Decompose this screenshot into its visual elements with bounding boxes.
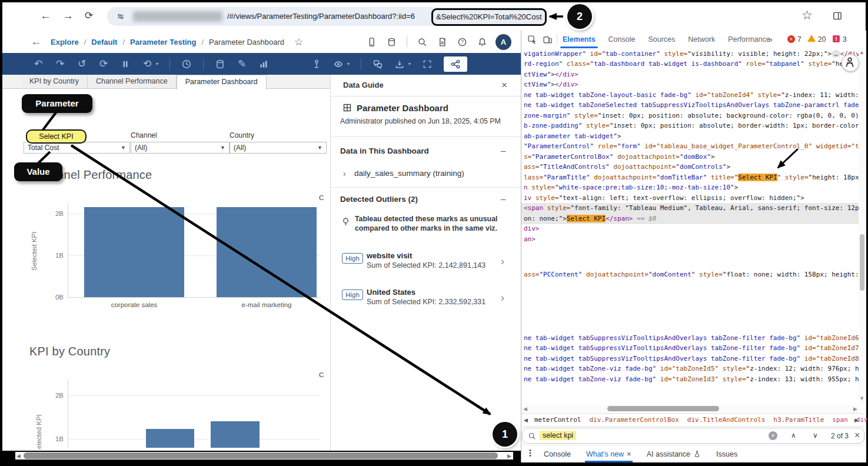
drawer-tab-console[interactable]: Console: [544, 450, 571, 458]
filter-dropdown-channel[interactable]: (All)▼: [131, 142, 230, 154]
dropdown-caret-icon[interactable]: ▾: [156, 61, 158, 66]
code-line-12[interactable]: lass="ParamTitle" dojoattachpoint="domTi…: [524, 172, 859, 183]
bar-mark[interactable]: [217, 207, 317, 297]
scrollbar-thumb[interactable]: [860, 234, 864, 291]
scroll-left-icon[interactable]: ◀: [16, 453, 21, 459]
scrollbar-thumb[interactable]: [24, 452, 498, 459]
element-crumb-h3-paramtitle[interactable]: h3.ParamTitle: [773, 416, 824, 424]
scroll-up-icon[interactable]: ▲: [859, 49, 864, 55]
code-line-8[interactable]: ab-parameter tab-widget">: [524, 131, 859, 142]
new-workbook-icon[interactable]: [437, 37, 447, 47]
code-line-3[interactable]: ctView"></div>: [524, 79, 859, 90]
scroll-down-icon[interactable]: ▼: [859, 395, 864, 401]
code-line-20[interactable]: ne tab-widget tabSuppressVizTooltipsAndO…: [524, 333, 859, 344]
run-flow-icon[interactable]: ⟲: [142, 59, 152, 69]
issues-icon[interactable]: !: [833, 35, 840, 42]
more-tabs-icon[interactable]: »: [768, 35, 773, 44]
back-arrow-icon[interactable]: ←: [31, 35, 42, 48]
element-crumb-span[interactable]: span: [832, 416, 848, 424]
accessibility-person-icon[interactable]: [842, 54, 859, 72]
bar-mark[interactable]: [146, 429, 194, 448]
devtools-tab-sources[interactable]: Sources: [648, 35, 675, 44]
device-toolbar-icon[interactable]: [543, 35, 553, 45]
code-line-17[interactable]: div>: [524, 224, 859, 234]
drawer-tab-ai-assistance[interactable]: AI assistance: [647, 450, 701, 458]
element-crumb-div-titleandcontrols[interactable]: div.TitleAndControls: [687, 416, 765, 424]
scroll-right-icon[interactable]: ▶: [853, 406, 857, 412]
error-icon[interactable]: ×: [787, 35, 795, 43]
code-line-23[interactable]: ne tab-widget tabZone-viz fade-bg" id="t…: [524, 364, 859, 374]
code-line-18[interactable]: an>: [524, 234, 859, 245]
close-icon[interactable]: ×: [501, 79, 507, 91]
help-icon[interactable]: ?: [457, 37, 467, 47]
outlier-name[interactable]: website visit: [367, 251, 412, 260]
warning-icon[interactable]: [807, 35, 816, 42]
code-line-4[interactable]: ne tab-widget tabZone-layout-basic fade-…: [524, 90, 859, 101]
devtools-tab-console[interactable]: Console: [608, 35, 636, 44]
drawer-menu-icon[interactable]: [526, 448, 535, 458]
dropdown-caret-icon[interactable]: ▾: [408, 61, 411, 66]
code-line-0[interactable]: vigationWrapper" id="tab-container" styl…: [524, 49, 859, 59]
filter-dropdown-country[interactable]: (All)▼: [230, 142, 327, 154]
expand-chevron-icon[interactable]: ›: [343, 169, 346, 178]
devtools-vertical-scrollbar[interactable]: [859, 48, 866, 404]
browser-back-button[interactable]: ←: [40, 9, 51, 22]
scrollbar-thumb[interactable]: [607, 406, 719, 411]
clear-search-icon[interactable]: ×: [769, 431, 777, 440]
notifications-icon[interactable]: [477, 37, 487, 47]
chevron-right-icon[interactable]: ›: [501, 292, 504, 304]
crumbs-scroll-left-icon[interactable]: ◀: [524, 417, 528, 423]
drawer-tab-what-s-new[interactable]: What's new×: [586, 450, 631, 458]
next-match-icon[interactable]: ∨: [813, 431, 818, 440]
data-source-icon[interactable]: [387, 37, 397, 47]
dropdown-caret-icon[interactable]: ▾: [347, 61, 350, 66]
favorite-star-icon[interactable]: ☆: [294, 36, 303, 48]
previous-match-icon[interactable]: ∧: [791, 431, 796, 440]
code-line-22[interactable]: ne tab-widget tabSuppressVizTooltipsAndO…: [524, 354, 859, 364]
inspect-element-icon[interactable]: [527, 35, 537, 45]
browser-reload-button[interactable]: ⟳: [85, 9, 93, 22]
side-panel-icon[interactable]: [832, 11, 843, 21]
crumbs-scroll-right-icon[interactable]: ▶: [854, 417, 859, 423]
code-line-19[interactable]: ass="PCContent" dojoattachpoint="domCont…: [524, 269, 859, 280]
code-line-6[interactable]: zone-margin" style="inset: 0px; position…: [524, 111, 859, 121]
browser-forward-button[interactable]: →: [62, 9, 74, 22]
code-line-5[interactable]: ne tab-widget tabZoneSelected tabSuppres…: [524, 100, 859, 111]
tab-kpi-by-country[interactable]: KPI by Country: [21, 75, 88, 88]
parameter-dropdown-select-kpi[interactable]: Total Cost▼: [24, 142, 130, 154]
mobile-preview-icon[interactable]: [367, 37, 377, 47]
devtools-tab-elements[interactable]: Elements: [563, 35, 596, 44]
watch-view-icon[interactable]: [333, 59, 344, 69]
devtools-tab-performance[interactable]: Performance: [728, 35, 770, 44]
search-query-highlighted[interactable]: select kpi: [540, 431, 576, 440]
database-icon[interactable]: [215, 59, 225, 69]
redo-icon[interactable]: ↷: [55, 59, 65, 69]
code-line-11[interactable]: ass="TitleAndControls" dojoattachpoint="…: [524, 162, 859, 172]
code-line-16[interactable]: on: none;">Select KPI</span> == $0: [521, 214, 859, 224]
breadcrumb-item-explore[interactable]: Explore: [51, 38, 79, 46]
drawer-tab-issues[interactable]: Issues: [716, 450, 737, 458]
code-line-2[interactable]: ctView"></div>: [524, 69, 859, 80]
tab-parameter-dashboard[interactable]: Parameter Dashboard: [177, 75, 267, 89]
outlier-name[interactable]: United States: [367, 288, 415, 297]
code-line-15[interactable]: <span style="font-family: "Tableau Mediu…: [521, 203, 859, 214]
search-icon[interactable]: [417, 37, 427, 47]
element-crumb-metercontrol[interactable]: meterControl: [534, 416, 581, 424]
chevron-right-icon[interactable]: ›: [501, 255, 504, 268]
data-source-item[interactable]: daily_sales_summary (training): [354, 169, 464, 178]
close-search-icon[interactable]: ×: [854, 430, 860, 441]
code-line-14[interactable]: iv style="text-align: left; text-overflo…: [524, 193, 859, 204]
code-line-24[interactable]: ne tab-widget tabZone-viz fade-bg" id="t…: [524, 374, 859, 385]
comments-icon[interactable]: [373, 59, 383, 69]
pin-icon[interactable]: [311, 59, 322, 69]
bookmark-star-icon[interactable]: ☆: [802, 8, 813, 22]
new-view-icon[interactable]: [258, 59, 269, 69]
revert-icon[interactable]: ↺: [77, 59, 87, 69]
element-crumb-div-parametercontrolbox[interactable]: div.ParameterControlBox: [589, 416, 679, 424]
code-line-9[interactable]: "ParameterControl" role="form" id="table…: [524, 141, 859, 152]
code-line-21[interactable]: ne tab-widget tabSuppressVizTooltipsAndO…: [524, 343, 859, 354]
avatar[interactable]: A: [495, 34, 511, 50]
undo-icon[interactable]: ↶: [33, 59, 44, 69]
pause-updates-icon[interactable]: [120, 59, 131, 69]
download-icon[interactable]: [394, 59, 405, 69]
